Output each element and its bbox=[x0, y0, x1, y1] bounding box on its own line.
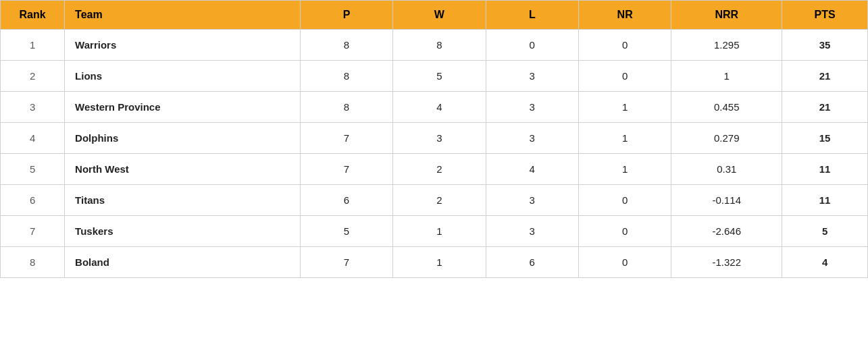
cell-rank: 6 bbox=[1, 185, 65, 216]
cell-l: 3 bbox=[486, 92, 578, 123]
table-row: 6Titans6230-0.11411 bbox=[1, 185, 868, 216]
cell-rank: 1 bbox=[1, 30, 65, 61]
cell-w: 3 bbox=[393, 123, 486, 154]
cell-nrr: 0.455 bbox=[671, 92, 782, 123]
table-row: 2Lions8530121 bbox=[1, 61, 868, 92]
header-nr: NR bbox=[578, 1, 671, 30]
cell-nr: 1 bbox=[578, 154, 671, 185]
cell-p: 8 bbox=[300, 92, 392, 123]
cell-w: 5 bbox=[393, 61, 486, 92]
cell-rank: 8 bbox=[1, 247, 65, 278]
table-row: 3Western Province84310.45521 bbox=[1, 92, 868, 123]
cell-pts: 11 bbox=[782, 185, 868, 216]
cell-p: 8 bbox=[300, 30, 392, 61]
cell-nr: 0 bbox=[578, 216, 671, 247]
header-l: L bbox=[486, 1, 578, 30]
header-pts: PTS bbox=[782, 1, 868, 30]
cell-l: 3 bbox=[486, 185, 578, 216]
header-team: Team bbox=[65, 1, 301, 30]
cell-nr: 0 bbox=[578, 61, 671, 92]
cell-nrr: -1.322 bbox=[671, 247, 782, 278]
table-row: 7Tuskers5130-2.6465 bbox=[1, 216, 868, 247]
cell-w: 4 bbox=[393, 92, 486, 123]
cell-nr: 0 bbox=[578, 247, 671, 278]
table-header-row: Rank Team P W L NR NRR PTS bbox=[1, 1, 868, 30]
cell-nrr: -2.646 bbox=[671, 216, 782, 247]
cell-pts: 35 bbox=[782, 30, 868, 61]
cell-l: 0 bbox=[486, 30, 578, 61]
cell-team: Warriors bbox=[65, 30, 301, 61]
cell-nrr: 0.31 bbox=[671, 154, 782, 185]
cell-p: 6 bbox=[300, 185, 392, 216]
cell-nr: 1 bbox=[578, 123, 671, 154]
cell-l: 3 bbox=[486, 61, 578, 92]
cell-p: 5 bbox=[300, 216, 392, 247]
cell-pts: 5 bbox=[782, 216, 868, 247]
cell-pts: 4 bbox=[782, 247, 868, 278]
cell-pts: 11 bbox=[782, 154, 868, 185]
cell-pts: 15 bbox=[782, 123, 868, 154]
cell-p: 7 bbox=[300, 123, 392, 154]
standings-table: Rank Team P W L NR NRR PTS 1Warriors8800… bbox=[0, 0, 868, 278]
cell-team: Western Province bbox=[65, 92, 301, 123]
table-row: 1Warriors88001.29535 bbox=[1, 30, 868, 61]
cell-nrr: -0.114 bbox=[671, 185, 782, 216]
cell-nrr: 1.295 bbox=[671, 30, 782, 61]
cell-rank: 7 bbox=[1, 216, 65, 247]
cell-team: Boland bbox=[65, 247, 301, 278]
table-row: 5North West72410.3111 bbox=[1, 154, 868, 185]
cell-nrr: 0.279 bbox=[671, 123, 782, 154]
cell-nrr: 1 bbox=[671, 61, 782, 92]
cell-nr: 0 bbox=[578, 185, 671, 216]
table-row: 8Boland7160-1.3224 bbox=[1, 247, 868, 278]
cell-pts: 21 bbox=[782, 61, 868, 92]
cell-p: 8 bbox=[300, 61, 392, 92]
cell-rank: 2 bbox=[1, 61, 65, 92]
cell-team: Lions bbox=[65, 61, 301, 92]
cell-team: Dolphins bbox=[65, 123, 301, 154]
cell-w: 2 bbox=[393, 185, 486, 216]
header-nrr: NRR bbox=[671, 1, 782, 30]
cell-pts: 21 bbox=[782, 92, 868, 123]
table-row: 4Dolphins73310.27915 bbox=[1, 123, 868, 154]
cell-team: Titans bbox=[65, 185, 301, 216]
header-rank: Rank bbox=[1, 1, 65, 30]
cell-w: 2 bbox=[393, 154, 486, 185]
cell-team: Tuskers bbox=[65, 216, 301, 247]
cell-l: 3 bbox=[486, 216, 578, 247]
cell-l: 4 bbox=[486, 154, 578, 185]
cell-l: 3 bbox=[486, 123, 578, 154]
header-p: P bbox=[300, 1, 392, 30]
cell-nr: 0 bbox=[578, 30, 671, 61]
cell-rank: 3 bbox=[1, 92, 65, 123]
cell-rank: 4 bbox=[1, 123, 65, 154]
cell-l: 6 bbox=[486, 247, 578, 278]
cell-p: 7 bbox=[300, 247, 392, 278]
cell-nr: 1 bbox=[578, 92, 671, 123]
cell-w: 1 bbox=[393, 247, 486, 278]
cell-p: 7 bbox=[300, 154, 392, 185]
header-w: W bbox=[393, 1, 486, 30]
standings-table-container: Rank Team P W L NR NRR PTS 1Warriors8800… bbox=[0, 0, 868, 359]
cell-w: 1 bbox=[393, 216, 486, 247]
cell-team: North West bbox=[65, 154, 301, 185]
cell-rank: 5 bbox=[1, 154, 65, 185]
cell-w: 8 bbox=[393, 30, 486, 61]
